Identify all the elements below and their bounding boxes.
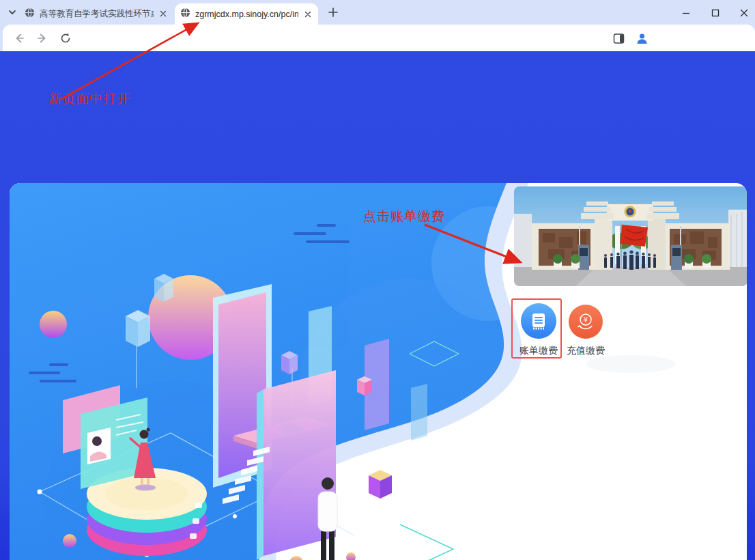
side-panel-icon[interactable] <box>610 30 627 46</box>
tab-strip: 高等教育自学考试实践性环节虚 zgrmjcdx.mp.sinojy.cn/pc/… <box>0 0 755 25</box>
tab-inactive[interactable]: 高等教育自学考试实践性环节虚 <box>19 3 173 24</box>
tab-active[interactable]: zgrmjcdx.mp.sinojy.cn/pc/inc <box>175 3 318 25</box>
web-page: 账单缴费 ¥ 充值缴费 校园服务 <box>0 51 755 560</box>
forward-icon[interactable] <box>34 30 51 46</box>
service-bill-payment[interactable]: 账单缴费 <box>512 303 565 357</box>
profile-avatar-icon[interactable] <box>633 30 650 46</box>
window-minimize-icon[interactable] <box>676 5 696 21</box>
globe-icon <box>25 8 35 20</box>
reload-icon[interactable] <box>57 30 74 46</box>
close-tab-icon[interactable] <box>158 9 168 18</box>
bill-icon[interactable] <box>521 303 556 339</box>
service-label: 账单缴费 <box>512 345 565 357</box>
tab-list-chevron-icon[interactable] <box>5 5 19 22</box>
close-tab-icon[interactable] <box>303 10 313 19</box>
campus-gate-photo <box>514 186 747 286</box>
browser-toolbar: zgrmjcdx.mp.sinojy.cn/pc/index.html?logi… <box>0 25 755 51</box>
globe-icon <box>180 8 190 20</box>
service-label: 充值缴费 <box>559 345 612 357</box>
annotation-open-in-new-page: 新页面中打开 <box>48 90 130 108</box>
window-maximize-icon[interactable] <box>705 5 726 21</box>
tab-title: zgrmjcdx.mp.sinojy.cn/pc/inc <box>195 10 298 19</box>
window-close-icon[interactable] <box>734 5 754 21</box>
svg-text:¥: ¥ <box>584 316 588 324</box>
content-card: 账单缴费 ¥ 充值缴费 校园服务 <box>10 183 747 560</box>
annotation-click-bill-payment: 点击账单缴费 <box>363 208 445 225</box>
new-tab-button[interactable] <box>326 5 340 22</box>
faint-cloud-decoration <box>586 355 675 373</box>
recharge-icon[interactable]: ¥ <box>569 305 603 339</box>
back-icon[interactable] <box>11 30 27 46</box>
service-recharge-payment[interactable]: ¥ 充值缴费 <box>559 305 612 357</box>
tab-title: 高等教育自学考试实践性环节虚 <box>40 8 154 20</box>
